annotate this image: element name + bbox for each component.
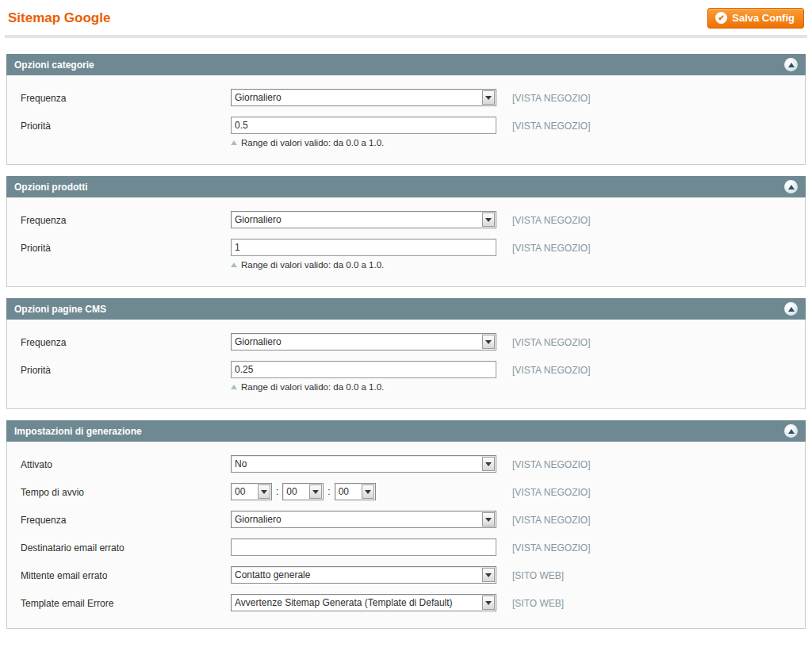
triangle-up-icon — [788, 429, 795, 434]
attivato-select[interactable]: No — [231, 455, 496, 473]
start-time-seconds-select[interactable]: 00 — [335, 483, 376, 500]
start-time-hours-select[interactable]: 00 — [231, 483, 272, 500]
chevron-down-icon — [482, 568, 495, 582]
select-value: Giornaliero — [232, 90, 481, 105]
section-body: Frequenza Giornaliero [VISTA NEGOZIO] Pr… — [6, 197, 806, 287]
form-row-mittente-email-errato: Mittente email errato Contatto generale … — [21, 566, 791, 584]
field-label: Frequenza — [21, 89, 231, 104]
note-triangle-icon — [231, 140, 237, 145]
section-header-impostazioni-di-generazione[interactable]: Impostazioni di generazione — [6, 420, 806, 442]
check-circle-icon: ✔ — [715, 12, 727, 24]
field-label: Frequenza — [21, 333, 231, 348]
field-label: Mittente email errato — [21, 566, 231, 581]
scope-label: [VISTA NEGOZIO] — [512, 483, 590, 498]
page-header: Sitemap Google ✔ Salva Config — [0, 0, 812, 35]
chevron-down-icon — [482, 457, 495, 471]
note-text: Range di valori valido: da 0.0 a 1.0. — [241, 382, 384, 392]
scope-label: [SITO WEB] — [512, 594, 564, 609]
field-note: Range di valori valido: da 0.0 a 1.0. — [231, 138, 496, 147]
form-row-priorita: Priorità Range di valori valido: da 0.0 … — [21, 361, 791, 392]
field-label: Tempo di avvio — [21, 483, 231, 498]
scope-label: [VISTA NEGOZIO] — [512, 117, 590, 132]
frequenza-select[interactable]: Giornaliero — [231, 511, 496, 528]
form-row-attivato: Attivato No [VISTA NEGOZIO] — [21, 455, 791, 473]
section-body: Frequenza Giornaliero [VISTA NEGOZIO] Pr… — [6, 320, 806, 409]
form-row-destinatario-email-errato: Destinatario email errato [VISTA NEGOZIO… — [21, 538, 791, 556]
chevron-down-icon — [482, 90, 495, 105]
error-email-sender-select[interactable]: Contatto generale — [231, 566, 496, 584]
section-body: Frequenza Giornaliero [VISTA NEGOZIO] Pr… — [6, 75, 806, 165]
select-value: 00 — [335, 484, 361, 500]
header-divider — [5, 35, 807, 38]
triangle-up-icon — [788, 307, 795, 312]
frequenza-select[interactable]: Giornaliero — [231, 211, 496, 228]
note-triangle-icon — [231, 385, 237, 389]
field-label: Priorità — [21, 117, 231, 132]
triangle-up-icon — [788, 185, 795, 190]
note-text: Range di valori valido: da 0.0 a 1.0. — [241, 260, 384, 270]
section-title: Opzioni prodotti — [14, 182, 88, 193]
error-email-recipient-input[interactable] — [231, 538, 496, 556]
form-row-tempo-di-avvio: Tempo di avvio 00 : 00 : 00 [VISTA NEGOZ… — [21, 483, 791, 500]
field-label: Template email Errore — [21, 594, 231, 609]
save-config-button[interactable]: ✔ Salva Config — [707, 8, 804, 29]
section-title: Opzioni pagine CMS — [14, 304, 106, 315]
field-label: Priorità — [21, 239, 231, 254]
priorita-input[interactable] — [231, 117, 496, 134]
form-row-frequenza: Frequenza Giornaliero [VISTA NEGOZIO] — [21, 333, 791, 350]
collapse-icon[interactable] — [784, 302, 798, 316]
section-opzioni-pagine-cms: Opzioni pagine CMS Frequenza Giornaliero… — [6, 298, 806, 409]
scope-label: [VISTA NEGOZIO] — [512, 538, 590, 553]
field-label: Attivato — [21, 455, 231, 470]
select-value: Avvertenze Sitemap Generata (Template di… — [232, 595, 481, 611]
chevron-down-icon — [309, 485, 322, 499]
scope-label: [SITO WEB] — [512, 566, 564, 581]
frequenza-select[interactable]: Giornaliero — [231, 89, 496, 106]
form-row-priorita: Priorità Range di valori valido: da 0.0 … — [21, 239, 791, 270]
priorita-input[interactable] — [231, 361, 496, 378]
note-text: Range di valori valido: da 0.0 a 1.0. — [241, 138, 384, 147]
collapse-icon[interactable] — [784, 180, 798, 193]
section-body: Attivato No [VISTA NEGOZIO] Tempo di avv… — [6, 442, 806, 629]
chevron-down-icon — [258, 485, 270, 499]
section-impostazioni-di-generazione: Impostazioni di generazione Attivato No … — [6, 420, 806, 629]
priorita-input[interactable] — [231, 239, 496, 256]
triangle-up-icon — [788, 63, 795, 67]
scope-label: [VISTA NEGOZIO] — [512, 239, 590, 254]
field-note: Range di valori valido: da 0.0 a 1.0. — [231, 260, 496, 270]
frequenza-select[interactable]: Giornaliero — [231, 333, 496, 350]
page-title: Sitemap Google — [8, 10, 110, 26]
scope-label: [VISTA NEGOZIO] — [512, 455, 590, 470]
save-config-button-label: Salva Config — [732, 12, 795, 24]
section-opzioni-categorie: Opzioni categorie Frequenza Giornaliero … — [6, 54, 806, 165]
select-value: Giornaliero — [232, 334, 481, 350]
form-row-frequenza: Frequenza Giornaliero [VISTA NEGOZIO] — [21, 211, 791, 228]
select-value: 00 — [283, 484, 308, 500]
section-header-opzioni-categorie[interactable]: Opzioni categorie — [6, 54, 806, 75]
time-separator: : — [327, 486, 330, 497]
start-time-minutes-select[interactable]: 00 — [282, 483, 324, 500]
section-opzioni-prodotti: Opzioni prodotti Frequenza Giornaliero [… — [6, 176, 806, 287]
scope-label: [VISTA NEGOZIO] — [512, 333, 590, 348]
collapse-icon[interactable] — [784, 58, 798, 71]
error-email-template-select[interactable]: Avvertenze Sitemap Generata (Template di… — [231, 594, 496, 611]
section-header-opzioni-pagine-cms[interactable]: Opzioni pagine CMS — [6, 298, 806, 320]
chevron-down-icon — [482, 512, 495, 527]
section-header-opzioni-prodotti[interactable]: Opzioni prodotti — [6, 176, 806, 197]
scope-label: [VISTA NEGOZIO] — [512, 211, 590, 226]
field-note: Range di valori valido: da 0.0 a 1.0. — [231, 382, 496, 392]
form-row-template-email-errore: Template email Errore Avvertenze Sitemap… — [21, 594, 791, 611]
chevron-down-icon — [482, 335, 495, 349]
collapse-icon[interactable] — [784, 424, 798, 438]
chevron-down-icon — [482, 213, 495, 227]
chevron-down-icon — [482, 596, 495, 610]
select-value: Giornaliero — [232, 511, 481, 527]
field-label: Destinatario email errato — [21, 538, 231, 553]
form-row-frequenza: Frequenza Giornaliero [VISTA NEGOZIO] — [21, 89, 791, 106]
scope-label: [VISTA NEGOZIO] — [512, 361, 590, 376]
select-value: No — [232, 456, 481, 472]
chevron-down-icon — [362, 485, 374, 499]
form-row-frequenza: Frequenza Giornaliero [VISTA NEGOZIO] — [21, 511, 791, 528]
note-triangle-icon — [231, 262, 237, 267]
field-label: Frequenza — [21, 211, 231, 226]
